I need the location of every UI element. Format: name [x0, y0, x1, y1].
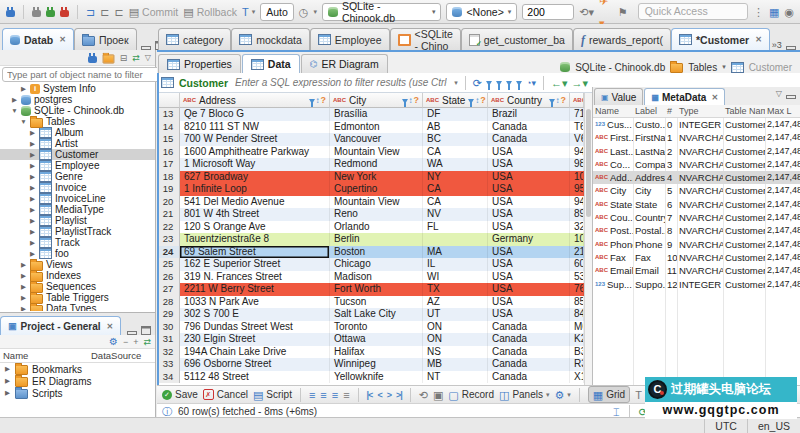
- row-number[interactable]: 23: [157, 233, 180, 246]
- row-number[interactable]: 26: [157, 271, 180, 284]
- tree-item-artist[interactable]: ▶Artist: [0, 138, 155, 149]
- grid-cell[interactable]: Brasília: [330, 108, 423, 121]
- editor-tab-category[interactable]: category: [158, 28, 231, 50]
- open-sql-editor-icon[interactable]: ⊏: [100, 1, 109, 23]
- meta-cell[interactable]: Postal...: [633, 224, 665, 237]
- grid-cell[interactable]: USA: [488, 158, 570, 171]
- close-icon[interactable]: ✕: [755, 35, 762, 44]
- breadcrumb-table[interactable]: Customer: [749, 62, 792, 73]
- column-header-datasource[interactable]: DataSource: [91, 350, 155, 361]
- meta-cell[interactable]: 10: [665, 251, 677, 264]
- meta-cell[interactable]: NVARCHAR: [677, 251, 723, 264]
- grid-cell[interactable]: Fort Worth: [330, 283, 423, 296]
- grid-cell[interactable]: 1 Microsoft Way: [180, 158, 330, 171]
- grid-cell[interactable]: Mountain View: [330, 196, 423, 209]
- grid-cell[interactable]: Mountain View: [330, 146, 423, 159]
- expand-icon[interactable]: ▶: [29, 151, 36, 159]
- grid-cell[interactable]: USA: [488, 296, 570, 309]
- grid-cell[interactable]: Boston: [330, 246, 423, 259]
- grid-cell[interactable]: 53: [570, 271, 584, 284]
- meta-cell[interactable]: Customer: [723, 171, 765, 184]
- tree-item-table-triggers[interactable]: ▶Table Triggers: [0, 292, 155, 303]
- grid-cell[interactable]: Canada: [488, 121, 570, 134]
- commit-button[interactable]: ▤Commit: [129, 1, 179, 23]
- grid-cell[interactable]: USA: [488, 208, 570, 221]
- view-menu-icon[interactable]: ▽: [145, 47, 151, 69]
- grid-cell[interactable]: Brazil: [488, 108, 570, 121]
- row-number[interactable]: 21: [157, 208, 180, 221]
- meta-cell[interactable]: 2,147,483: [765, 224, 800, 237]
- tree-item-mediatype[interactable]: ▶MediaType: [0, 204, 155, 215]
- meta-column-max-l[interactable]: Max L: [765, 106, 800, 116]
- meta-cell[interactable]: ABCCo...: [593, 158, 633, 171]
- collapse-icon[interactable]: ▼: [11, 107, 18, 114]
- filter-icon[interactable]: [402, 99, 408, 104]
- meta-cell[interactable]: ABCState: [593, 198, 633, 211]
- editor-tab-mockdata[interactable]: mockdata: [231, 28, 310, 50]
- column-header-name[interactable]: Name: [3, 350, 91, 361]
- metadata-row[interactable]: ABCCityCity5NVARCHARCustomer2,147,483: [593, 184, 800, 197]
- meta-cell[interactable]: INTEGER: [677, 278, 723, 291]
- column-filter-icons[interactable]: ↕?: [549, 95, 567, 105]
- meta-cell[interactable]: 2,147,483: [765, 211, 800, 224]
- grid-cell[interactable]: 69 Salem Street: [180, 246, 330, 259]
- back-icon[interactable]: ←▾: [551, 72, 568, 94]
- meta-cell[interactable]: FirstNa...: [633, 131, 665, 144]
- metadata-row[interactable]: ABCCou...Country7NVARCHARCustomer2,147,4…: [593, 211, 800, 224]
- meta-cell[interactable]: 2,147,483: [765, 118, 800, 131]
- grid-cell[interactable]: T6: [570, 121, 584, 134]
- overflow-menu-icon[interactable]: ⋮: [753, 1, 764, 23]
- close-icon[interactable]: ✕: [107, 322, 114, 331]
- meta-cell[interactable]: Customer: [723, 184, 765, 197]
- grid-cell[interactable]: USA: [488, 246, 570, 259]
- meta-cell[interactable]: Phone: [633, 238, 665, 251]
- chevron-down-icon[interactable]: ▾: [722, 63, 726, 71]
- grid-cell[interactable]: ON: [423, 321, 488, 334]
- grid-cell[interactable]: Canada: [488, 371, 570, 384]
- sort-icon[interactable]: ↕: [409, 96, 413, 105]
- row-number[interactable]: 27: [157, 283, 180, 296]
- tree-item-playlist[interactable]: ▶Playlist: [0, 215, 155, 226]
- expand-icon[interactable]: ▶: [29, 140, 36, 148]
- quick-access-input[interactable]: Quick Access: [638, 3, 748, 20]
- grid-cell[interactable]: Winnipeg: [330, 358, 423, 371]
- meta-cell[interactable]: ABCPost...: [593, 224, 633, 237]
- connection-select[interactable]: SQLite - Chinook.db▾: [322, 3, 442, 21]
- new-sql-script-icon[interactable]: ⊏: [114, 1, 123, 23]
- tree-item-system-info[interactable]: ▶iSystem Info: [0, 83, 155, 94]
- expand-icon[interactable]: ▶: [29, 217, 36, 225]
- grid-cell[interactable]: UT: [423, 308, 488, 321]
- meta-cell[interactable]: Customer: [723, 211, 765, 224]
- grid-cell[interactable]: USA: [488, 308, 570, 321]
- grid-cell[interactable]: 71: [570, 108, 584, 121]
- project-item-scripts[interactable]: ▶Scripts: [0, 387, 155, 399]
- tree-item-sequences[interactable]: ▶Sequences: [0, 281, 155, 292]
- meta-cell[interactable]: LastNa...: [633, 145, 665, 158]
- meta-cell[interactable]: 2,147,483: [765, 251, 800, 264]
- expand-icon[interactable]: ▶: [11, 96, 18, 104]
- meta-cell[interactable]: 2,147,483: [765, 238, 800, 251]
- grid-cell[interactable]: [423, 233, 488, 246]
- grid-cell[interactable]: 10: [570, 171, 584, 184]
- grid-cell[interactable]: Madison: [330, 271, 423, 284]
- metadata-row[interactable]: ABCAdd...Address4NVARCHARCustomer2,147,4…: [593, 171, 800, 184]
- row-number[interactable]: 19: [157, 183, 180, 196]
- grid-cell[interactable]: Yellowknife: [330, 371, 423, 384]
- perspective-table-icon[interactable]: ▦: [769, 1, 779, 23]
- refresh-icon[interactable]: ⟳: [473, 72, 482, 94]
- grid-cell[interactable]: 302 S 700 E: [180, 308, 330, 321]
- grid-cell[interactable]: NY: [423, 171, 488, 184]
- grid-cell[interactable]: 194A Chain Lake Drive: [180, 346, 330, 359]
- expand-icon[interactable]: ▶: [29, 129, 36, 137]
- meta-cell[interactable]: ABCEmail: [593, 264, 633, 277]
- grid-cell[interactable]: USA: [488, 183, 570, 196]
- row-number[interactable]: 30: [157, 321, 180, 334]
- grid-cell[interactable]: 98: [570, 158, 584, 171]
- grid-cell[interactable]: V6: [570, 133, 584, 146]
- meta-cell[interactable]: NVARCHAR: [677, 131, 723, 144]
- grid-cell[interactable]: Canada: [488, 321, 570, 334]
- grid-cell[interactable]: 796 Dundas Street West: [180, 321, 330, 334]
- column-header-country[interactable]: ABCCountry↕?: [488, 93, 570, 108]
- meta-cell[interactable]: 12: [665, 278, 677, 291]
- expand-icon[interactable]: ▶: [20, 261, 27, 269]
